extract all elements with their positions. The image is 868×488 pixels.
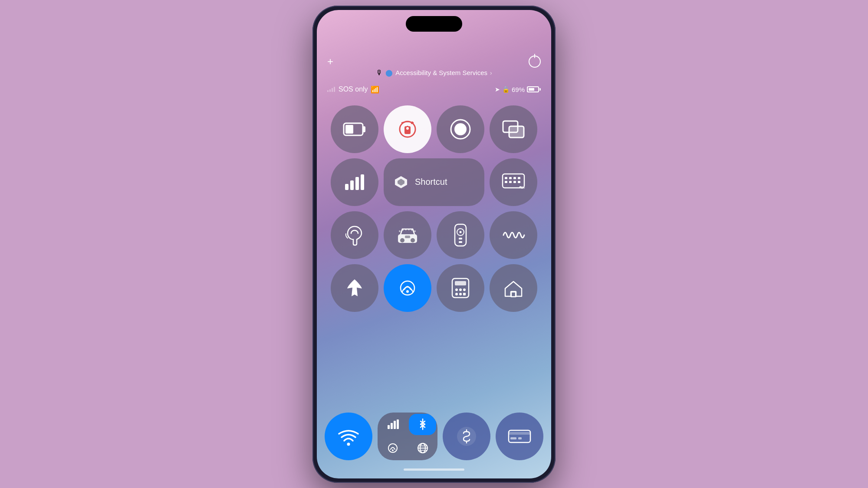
shortcut-label: Shortcut [415,177,447,187]
breadcrumb[interactable]: 🎙 ⬤ Accessibility & System Services › [317,69,551,77]
control-grid: Shortcut [325,105,543,317]
bottom-grid-row [325,413,543,460]
wifi-status-icon: 📶 [371,85,379,94]
battery-status: ➤ 🔒 69% [495,86,541,93]
cash-app-button[interactable] [443,413,490,460]
svg-point-38 [401,281,414,295]
location-lock-icon: 🔒 [502,86,510,93]
svg-rect-15 [505,177,507,179]
svg-rect-61 [510,437,516,439]
top-controls-bar: + [317,56,551,68]
svg-rect-18 [518,177,520,179]
bluetooth-button[interactable] [409,414,436,435]
svg-point-43 [459,288,462,291]
low-power-mode-button[interactable] [331,105,378,153]
airdrop-button[interactable] [384,264,431,312]
svg-point-5 [406,127,409,130]
svg-rect-36 [459,238,462,239]
svg-rect-9 [509,126,524,138]
svg-point-46 [459,293,462,295]
keyboard-haptics-button[interactable] [490,158,537,206]
home-button[interactable] [490,264,537,312]
calculator-button[interactable] [437,264,484,312]
wallet-button[interactable] [496,413,543,460]
phone-frame: + 🎙 ⬤ Accessibility & System Services › … [312,6,556,483]
svg-rect-52 [394,421,396,429]
svg-rect-26 [405,236,410,238]
svg-rect-51 [391,423,393,429]
shortcut-button[interactable]: Shortcut [384,158,484,206]
screen-mirror-button[interactable] [490,105,537,153]
svg-rect-41 [455,281,466,285]
sos-label: SOS only [339,85,368,93]
svg-rect-16 [509,177,512,179]
svg-rect-62 [518,437,522,439]
grid-row-1 [325,105,543,153]
battery-percentage: 69% [512,86,525,93]
svg-rect-47 [463,293,466,295]
rotation-lock-button[interactable] [384,105,431,153]
hearing-button[interactable] [331,211,378,259]
battery-icon [527,86,541,92]
add-button[interactable]: + [327,56,333,68]
bottom-row [325,413,543,465]
grid-row-4 [325,264,543,312]
location-indicator-icon: ⬤ [385,69,393,77]
breadcrumb-arrow: › [490,69,492,76]
status-row: SOS only 📶 ➤ 🔒 69% [317,85,551,94]
cellular-data-button[interactable] [331,158,378,206]
svg-point-42 [455,288,458,291]
svg-rect-2 [345,125,353,134]
driving-focus-button[interactable] [384,211,431,259]
svg-point-29 [405,229,407,230]
svg-rect-10 [345,184,349,190]
svg-rect-60 [509,432,530,435]
svg-point-35 [460,231,462,233]
svg-rect-1 [363,126,365,132]
svg-rect-19 [505,181,507,183]
svg-point-28 [402,229,404,231]
svg-point-32 [414,230,416,232]
svg-point-31 [411,229,413,231]
svg-rect-53 [397,419,399,429]
personal-hotspot-button[interactable] [408,436,437,460]
screen-record-button[interactable] [437,105,484,153]
svg-rect-22 [518,181,520,183]
svg-rect-50 [388,425,390,429]
svg-point-24 [400,238,404,242]
grid-row-2: Shortcut [325,158,543,206]
svg-point-27 [399,230,401,232]
carrier-status: SOS only 📶 [327,85,379,94]
svg-point-7 [454,123,467,135]
mic-indicator-icon: 🎙 [376,69,383,77]
svg-rect-11 [350,180,354,190]
svg-point-39 [406,290,409,293]
svg-point-25 [411,238,415,242]
cellular-sub-button[interactable] [378,413,408,436]
svg-rect-17 [513,177,516,179]
svg-point-30 [408,229,410,230]
svg-rect-21 [513,181,516,183]
svg-rect-13 [361,174,364,190]
location-icon: ➤ [495,86,500,93]
grid-row-3 [325,211,543,259]
connectivity-group[interactable] [378,413,437,460]
wifi-button[interactable] [325,413,372,460]
airplane-mode-button[interactable] [331,264,378,312]
power-button[interactable] [529,56,541,68]
airdrop-sub-button[interactable] [378,436,408,460]
apple-tv-remote-button[interactable] [437,211,484,259]
svg-rect-20 [509,181,512,183]
phone-screen: + 🎙 ⬤ Accessibility & System Services › … [317,10,551,478]
home-indicator [404,468,464,471]
svg-point-45 [455,293,458,295]
breadcrumb-text: Accessibility & System Services [395,69,487,76]
svg-rect-37 [459,241,462,243]
svg-point-49 [347,442,350,445]
svg-rect-12 [355,177,359,190]
dynamic-island [406,16,462,32]
sound-recognition-button[interactable] [490,211,537,259]
svg-point-44 [463,288,466,291]
svg-point-55 [392,449,394,451]
